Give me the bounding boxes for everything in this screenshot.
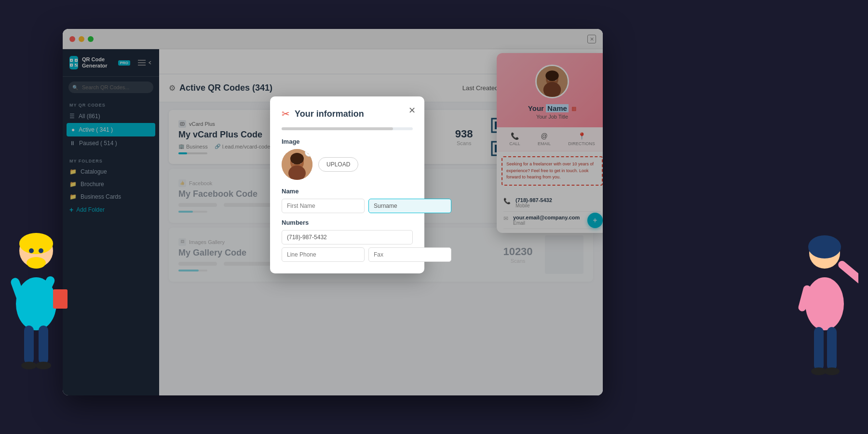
svg-rect-78: [53, 289, 68, 309]
svg-point-93: [824, 367, 840, 375]
character-right: [791, 130, 858, 410]
modal-overlay: ✂ Your information ✕ Image: [63, 29, 603, 395]
modal-name-label: Name: [282, 188, 413, 195]
modal-small-row: [282, 247, 413, 262]
modal-header: ✂ Your information: [282, 108, 413, 120]
your-information-modal: ✂ Your information ✕ Image: [270, 96, 424, 273]
modal-progress: [282, 127, 413, 130]
modal-numbers-label: Numbers: [282, 219, 413, 226]
modal-image-label: Image: [282, 138, 413, 145]
avatar-remove-btn[interactable]: ✕: [305, 149, 312, 157]
phone-input[interactable]: [282, 230, 413, 244]
svg-rect-79: [24, 326, 34, 364]
svg-point-61: [290, 153, 304, 164]
svg-point-86: [818, 251, 822, 255]
character-left: [0, 121, 75, 410]
svg-point-87: [827, 251, 831, 255]
modal-name-row: [282, 199, 413, 213]
modal-avatar: ✕: [282, 149, 312, 180]
svg-point-82: [36, 362, 51, 369]
svg-point-75: [27, 257, 46, 269]
surname-input[interactable]: [368, 199, 451, 213]
line-phone-input[interactable]: [282, 247, 365, 262]
svg-rect-80: [39, 326, 48, 364]
svg-point-83: [805, 277, 844, 330]
scissors-icon: ✂: [282, 108, 290, 120]
upload-btn[interactable]: UPLOAD: [318, 157, 358, 172]
modal-image-row: ✕ UPLOAD: [282, 149, 413, 180]
svg-rect-88: [837, 259, 858, 287]
svg-point-81: [21, 362, 37, 369]
first-name-input[interactable]: [282, 199, 365, 213]
modal-title: Your information: [295, 109, 364, 119]
svg-rect-90: [814, 327, 824, 370]
svg-point-85: [808, 235, 841, 258]
browser-window: ✕: [63, 29, 603, 395]
modal-close-btn[interactable]: ✕: [408, 105, 416, 116]
svg-point-73: [29, 248, 34, 253]
modal-progress-fill: [282, 127, 393, 130]
svg-point-72: [19, 233, 53, 254]
svg-rect-91: [827, 327, 837, 370]
fax-input[interactable]: [368, 247, 451, 262]
svg-point-74: [39, 248, 43, 253]
